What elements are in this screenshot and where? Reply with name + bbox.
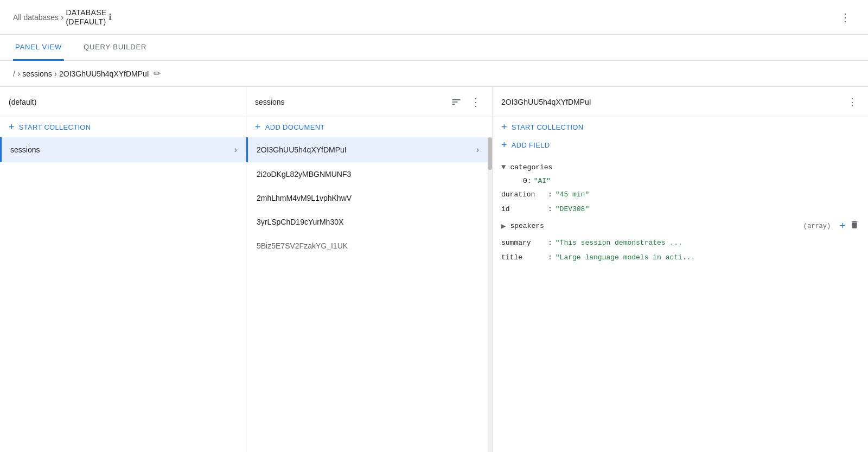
title-colon: : [548,253,552,262]
documents-list: 2OI3GhUU5h4qXYfDMPuI › 2i2oDKgL82yMBGNMU… [246,137,492,258]
doc-chevron-0: › [476,145,479,155]
breadcrumb-arrow-1: › [61,12,63,22]
speakers-row: ▶ speakers (array) + [493,217,868,235]
top-bar-more-icon[interactable]: ⋮ [835,7,855,28]
categories-0-row: 0 : "AI" [493,175,868,187]
breadcrumb: All databases › DATABASE (default) ℹ [13,8,112,27]
tab-panel-view[interactable]: PANEL VIEW [13,35,64,61]
tab-query-builder[interactable]: QUERY BUILDER [81,35,149,61]
scrollbar-thumb[interactable] [488,137,492,170]
path-slash: / [13,69,15,78]
categories-expand-row: ▼ categories [493,160,868,175]
path-chevron-2: › [54,69,57,79]
add-document-label: ADD DOCUMENT [265,123,325,131]
add-field-plus-icon: + [501,139,507,151]
doc-id-1: 2i2oDKgL82yMBGNMUNF3 [257,170,351,179]
breadcrumb-database-default: (default) [66,17,106,27]
summary-key: summary [501,239,545,247]
panel-left-title: (default) [9,98,36,106]
speakers-key: speakers [510,222,799,230]
doc-id-4: 5Biz5E7SV2FzakYG_I1UK [257,241,348,250]
sessions-chevron-icon: › [234,145,237,155]
categories-0-index: 0 [523,177,527,185]
speakers-array-label: (array) [803,222,831,230]
tab-bar: PANEL VIEW QUERY BUILDER [0,35,868,61]
panel-middle-inner: 2OI3GhUU5h4qXYfDMPuI › 2i2oDKgL82yMBGNMU… [246,137,492,452]
doc-id-0: 2OI3GhUU5h4qXYfDMPuI [257,145,347,154]
path-doc-id: 2OI3GhUU5h4qXYfDMPuI [59,69,149,78]
speakers-add-icon[interactable]: + [839,221,845,232]
duration-key: duration [501,190,545,199]
title-value: "Large language models in acti... [556,253,695,262]
start-collection-right-button[interactable]: + START COLLECTION [493,117,868,137]
add-document-plus-icon: + [255,122,261,133]
add-field-label: ADD FIELD [512,141,550,149]
title-row: title : "Large language models in acti..… [493,250,868,265]
doc-item-4[interactable]: 5Biz5E7SV2FzakYG_I1UK [246,234,488,258]
panel-left: (default) + START COLLECTION sessions › [0,87,246,452]
duration-value: "45 min" [556,190,589,199]
panel-right-header: 2OI3GhUU5h4qXYfDMPuI ⋮ [493,87,868,117]
path-bar: / › sessions › 2OI3GhUU5h4qXYfDMPuI ✏ [0,61,868,87]
doc-id-2: 2mhLhmM4vM9L1vphKhwV [257,194,352,202]
summary-row: summary : "This session demonstrates ... [493,235,868,250]
breadcrumb-all-databases[interactable]: All databases [13,13,59,22]
panel-middle-title: sessions [255,98,284,106]
panel-right-title: 2OI3GhUU5h4qXYfDMPuI [501,98,591,106]
start-collection-left-plus-icon: + [9,122,15,133]
doc-item-0[interactable]: 2OI3GhUU5h4qXYfDMPuI › [246,137,488,162]
categories-key: categories [510,163,552,171]
top-bar: All databases › DATABASE (default) ℹ ⋮ [0,0,868,35]
title-key: title [501,253,545,262]
doc-details: ▼ categories 0 : "AI" duration : "45 min… [493,155,868,452]
sessions-label: sessions [10,145,40,154]
panel-right-more-icon[interactable]: ⋮ [845,94,859,110]
id-row: id : "DEV308" [493,202,868,217]
panels: (default) + START COLLECTION sessions › … [0,87,868,452]
id-key: id [501,205,545,213]
start-collection-left-label: START COLLECTION [19,123,91,131]
doc-item-1[interactable]: 2i2oDKgL82yMBGNMUNF3 [246,162,488,186]
duration-row: duration : "45 min" [493,187,868,202]
panel-middle: sessions ⋮ + ADD DOCUMENT 2OI3GhUU5h4qXY… [246,87,493,452]
summary-value: "This session demonstrates ... [556,239,682,247]
info-icon[interactable]: ℹ [108,12,112,22]
path-sessions[interactable]: sessions [22,69,52,78]
add-field-button[interactable]: + ADD FIELD [493,135,868,155]
list-item-sessions[interactable]: sessions › [0,137,246,162]
start-collection-right-label: START COLLECTION [512,123,584,131]
panel-right: 2OI3GhUU5h4qXYfDMPuI ⋮ + START COLLECTIO… [493,87,868,452]
breadcrumb-database-label: DATABASE [66,8,106,17]
summary-colon: : [548,239,552,247]
edit-icon[interactable]: ✏ [154,68,161,79]
panel-middle-icons: ⋮ [449,93,483,111]
speakers-chevron-icon[interactable]: ▶ [501,221,506,231]
left-panel-list: sessions › [0,137,246,452]
speakers-action-icons: + [839,220,859,232]
id-colon: : [548,205,552,213]
doc-item-3[interactable]: 3yrLSpChD19cYurMh30X [246,210,488,234]
doc-item-2[interactable]: 2mhLhmM4vM9L1vphKhwV [246,186,488,210]
add-document-button[interactable]: + ADD DOCUMENT [246,117,492,137]
panel-left-header: (default) [0,87,246,117]
start-collection-left-button[interactable]: + START COLLECTION [0,117,246,137]
categories-chevron-icon[interactable]: ▼ [501,163,506,171]
categories-0-value: "AI" [534,177,551,185]
scrollbar-track [488,137,492,452]
doc-id-3: 3yrLSpChD19cYurMh30X [257,218,343,226]
speakers-delete-icon[interactable] [850,220,859,232]
categories-0-colon: : [527,177,532,185]
duration-colon: : [548,190,552,199]
path-chevron-1: › [17,69,20,79]
panel-middle-header: sessions ⋮ [246,87,492,117]
filter-icon[interactable] [449,94,464,110]
panel-right-icons: ⋮ [845,94,859,110]
id-value: "DEV308" [556,205,589,213]
start-collection-right-plus-icon: + [501,122,507,133]
panel-middle-more-icon[interactable]: ⋮ [468,93,483,111]
